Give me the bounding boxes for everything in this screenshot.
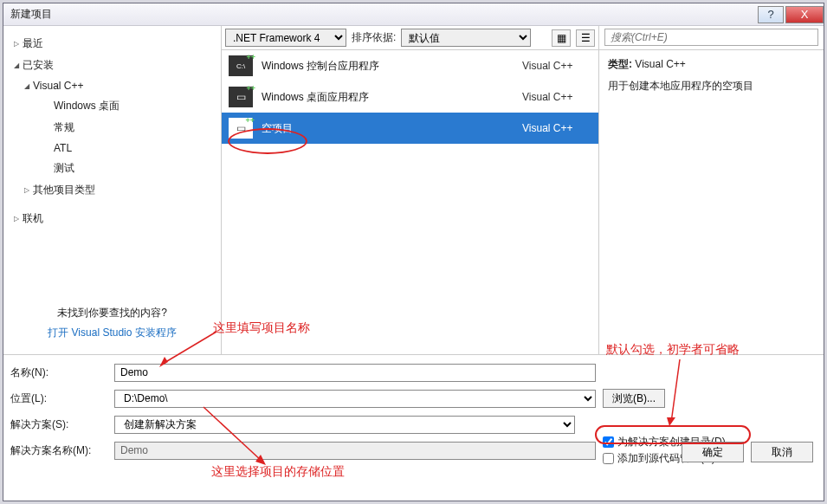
template-list: C:\++ Windows 控制台应用程序 Visual C++ ▭++ Win… [222,50,598,354]
tree-visual-cpp[interactable]: ◢Visual C++ [9,76,221,95]
location-label: 位置(L): [10,391,114,406]
sort-label: 排序依据: [352,30,396,45]
browse-button[interactable]: 浏览(B)... [603,389,665,408]
tree-general[interactable]: 常规 [9,117,221,139]
name-input[interactable] [114,364,596,382]
location-input[interactable]: D:\Demo\ [114,390,596,408]
view-list-icon[interactable]: ☰ [576,29,595,47]
console-icon: C:\++ [229,55,253,76]
detail-pane: 类型: Visual C++ 用于创建本地应用程序的空项目 [598,26,824,354]
empty-project-icon: ▭++ [229,118,253,139]
type-line: 类型: Visual C++ [608,57,815,72]
solution-name-label: 解决方案名称(M): [10,443,114,458]
category-tree-pane: ▷最近 ◢已安装 ◢Visual C++ Windows 桌面 常规 ATL 测… [3,26,222,354]
dialog-window: 新建项目 ? X ▷最近 ◢已安装 ◢Visual C++ Windows 桌面… [3,3,824,501]
template-console-app[interactable]: C:\++ Windows 控制台应用程序 Visual C++ [222,50,598,81]
not-found-text: 未找到你要查找的内容? [14,306,210,320]
close-button[interactable]: X [785,6,824,23]
template-empty-project[interactable]: ▭++ 空项目 Visual C++ [222,113,598,144]
framework-dropdown[interactable]: .NET Framework 4 [225,29,346,47]
search-input[interactable] [604,29,818,46]
tree-installed[interactable]: ◢已安装 [9,55,221,76]
tree-test[interactable]: 测试 [9,158,221,179]
template-description: 用于创建本地应用程序的空项目 [608,79,815,94]
tree-atl[interactable]: ATL [9,139,221,158]
name-label: 名称(N): [10,365,114,380]
solution-name-input [114,442,596,460]
tree-other-types[interactable]: ▷其他项目类型 [9,179,221,201]
open-installer-link[interactable]: 打开 Visual Studio 安装程序 [14,326,210,340]
window-title: 新建项目 [10,7,756,22]
tree-recent[interactable]: ▷最近 [9,33,221,55]
view-grid-icon[interactable]: ▦ [552,29,571,47]
template-pane: .NET Framework 4 排序依据: 默认值 ▦ ☰ C:\++ Win… [222,26,598,354]
sort-dropdown[interactable]: 默认值 [401,29,531,47]
help-button[interactable]: ? [758,6,784,23]
cancel-button[interactable]: 取消 [751,442,813,462]
template-desktop-app[interactable]: ▭++ Windows 桌面应用程序 Visual C++ [222,81,598,113]
solution-dropdown[interactable]: 创建新解决方案 [114,416,575,434]
titlebar: 新建项目 ? X [3,3,824,26]
desktop-icon: ▭++ [229,87,253,107]
tree-windows-desktop[interactable]: Windows 桌面 [9,95,221,117]
form-area: 名称(N): 位置(L): D:\Demo\ 浏览(B)... 解决方案(S):… [3,355,824,469]
solution-label: 解决方案(S): [10,417,114,432]
tree-online[interactable]: ▷联机 [9,208,221,229]
template-toolbar: .NET Framework 4 排序依据: 默认值 ▦ ☰ [222,26,598,50]
ok-button[interactable]: 确定 [682,442,744,462]
